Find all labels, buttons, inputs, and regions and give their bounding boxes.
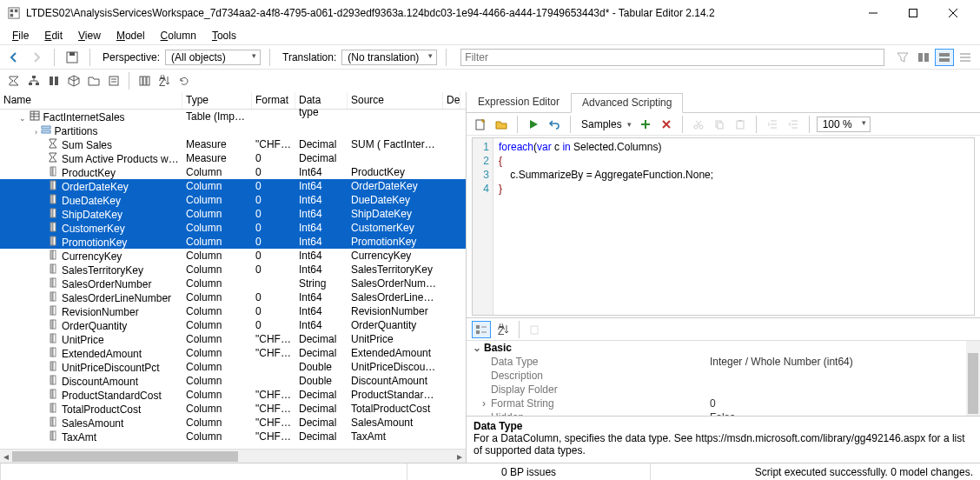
- filter-input[interactable]: [460, 49, 884, 66]
- table-icon: [29, 110, 41, 122]
- folder-icon[interactable]: [85, 72, 103, 90]
- col-source[interactable]: Source: [348, 92, 443, 109]
- sort-asc-icon[interactable]: AZ: [156, 72, 173, 90]
- view-mode-1-icon[interactable]: [914, 49, 933, 66]
- columns-view-icon[interactable]: [136, 72, 153, 90]
- script-icon[interactable]: [105, 72, 122, 90]
- col-datatype[interactable]: Data type: [295, 92, 348, 109]
- tree-item[interactable]: RevisionNumberColumn0Int64RevisionNumber: [0, 304, 466, 318]
- scroll-left-icon[interactable]: ◂: [0, 450, 12, 463]
- col-desc[interactable]: De: [443, 92, 460, 109]
- tree-item[interactable]: SalesOrderNumberColumnStringSalesOrderNu…: [0, 277, 466, 290]
- tree-item[interactable]: ShipDateKeyColumn0Int64ShipDateKey: [0, 207, 466, 221]
- view-mode-2-icon[interactable]: [935, 49, 954, 66]
- tree-item[interactable]: PromotionKeyColumn0Int64PromotionKey: [0, 235, 466, 249]
- code-editor[interactable]: 1234 foreach(var c in Selected.Columns) …: [472, 137, 975, 316]
- menu-file[interactable]: File: [5, 28, 36, 43]
- translation-combo[interactable]: (No translation): [341, 50, 437, 65]
- tree-item[interactable]: CurrencyKeyColumn0Int64CurrencyKey: [0, 249, 466, 263]
- add-icon[interactable]: [637, 116, 654, 133]
- svg-rect-35: [42, 130, 50, 133]
- tree-item[interactable]: SalesOrderLineNumberColumn0Int64SalesOrd…: [0, 290, 466, 304]
- prop-row[interactable]: HiddenFalse: [467, 410, 980, 416]
- cube-icon[interactable]: [65, 72, 83, 90]
- scroll-thumb[interactable]: [12, 451, 238, 462]
- tree-scrollbar-h[interactable]: ◂ ▸: [0, 449, 466, 463]
- maximize-button[interactable]: [893, 0, 933, 26]
- hierarchy-icon[interactable]: [25, 72, 43, 90]
- indent-icon[interactable]: [764, 116, 781, 133]
- tree-body[interactable]: ⌄ FactInternetSalesTable (Import)› Parti…: [0, 110, 466, 449]
- code-content[interactable]: foreach(var c in Selected.Columns) { c.S…: [493, 138, 974, 315]
- prop-row[interactable]: ›Format String0: [467, 397, 980, 410]
- col-format[interactable]: Format: [252, 92, 295, 109]
- tree-item[interactable]: OrderQuantityColumn0Int64OrderQuantity: [0, 318, 466, 332]
- filter-icon[interactable]: [893, 49, 912, 66]
- prop-categorized-icon[interactable]: [472, 321, 491, 338]
- prop-scrollbar[interactable]: [966, 341, 980, 416]
- samples-dropdown-icon[interactable]: ▾: [626, 120, 633, 129]
- tree-item[interactable]: SalesAmountColumn"CHF" #,DecimalSalesAmo…: [0, 416, 466, 430]
- prop-alpha-icon[interactable]: AZ: [494, 321, 512, 338]
- tree-item[interactable]: UnitPriceColumn"CHF" #,DecimalUnitPrice: [0, 332, 466, 346]
- menu-view[interactable]: View: [71, 28, 108, 43]
- tree-item[interactable]: ProductKeyColumn0Int64ProductKey: [0, 165, 466, 179]
- col-type[interactable]: Type: [182, 92, 252, 109]
- outdent-icon[interactable]: [785, 116, 802, 133]
- save-icon[interactable]: [63, 49, 81, 66]
- tree-item[interactable]: Sum Active Products wit…Measure0Decimal: [0, 151, 466, 165]
- right-pane: Expression Editor Advanced Scripting Sam…: [467, 92, 980, 463]
- scroll-right-icon[interactable]: ▸: [454, 450, 466, 463]
- col-name[interactable]: Name: [0, 92, 182, 109]
- perspective-combo[interactable]: (All objects): [165, 50, 261, 65]
- new-script-icon[interactable]: [472, 116, 489, 133]
- samples-label[interactable]: Samples: [581, 118, 622, 130]
- refresh-icon[interactable]: [175, 72, 193, 90]
- tab-expression-editor[interactable]: Expression Editor: [467, 92, 571, 112]
- svg-text:Z: Z: [159, 77, 165, 87]
- prop-row[interactable]: Data TypeInteger / Whole Number (int64): [467, 355, 980, 369]
- copy-icon[interactable]: [711, 116, 728, 133]
- tree-item[interactable]: ExtendedAmountColumn"CHF" #,DecimalExten…: [0, 346, 466, 360]
- tree-item[interactable]: UnitPriceDiscountPctColumnDoubleUnitPric…: [0, 360, 466, 374]
- tab-advanced-scripting[interactable]: Advanced Scripting: [571, 93, 683, 113]
- menu-column[interactable]: Column: [154, 28, 203, 43]
- open-script-icon[interactable]: [493, 116, 510, 133]
- property-description: Data Type For a DataColumn, specifies th…: [467, 416, 980, 463]
- back-icon[interactable]: [5, 49, 23, 66]
- tree-item[interactable]: OrderDateKeyColumn0Int64OrderDateKey: [0, 179, 466, 193]
- menu-model[interactable]: Model: [109, 28, 152, 43]
- column-group-icon[interactable]: [45, 72, 63, 90]
- prop-pages-icon[interactable]: [526, 321, 544, 338]
- tree-item[interactable]: DiscountAmountColumnDoubleDiscountAmount: [0, 374, 466, 388]
- status-bp: 0 BP issues: [407, 463, 650, 480]
- menu-tools[interactable]: Tools: [205, 28, 243, 43]
- property-grid[interactable]: ⌄Basic Data TypeInteger / Whole Number (…: [467, 340, 980, 416]
- tree-item[interactable]: CustomerKeyColumn0Int64CustomerKey: [0, 221, 466, 235]
- tree-item[interactable]: TaxAmtColumn"CHF" #,DecimalTaxAmt: [0, 430, 466, 443]
- forward-icon[interactable]: [28, 49, 45, 66]
- zoom-combo[interactable]: 100 %: [817, 117, 871, 132]
- run-script-icon[interactable]: [525, 116, 542, 133]
- tree-item[interactable]: SalesTerritoryKeyColumn0Int64SalesTerrit…: [0, 263, 466, 277]
- partitions-row[interactable]: › Partitions: [0, 123, 466, 137]
- prop-category-basic[interactable]: ⌄Basic: [467, 341, 980, 355]
- cut-icon[interactable]: [690, 116, 707, 133]
- sigma-icon[interactable]: [5, 72, 23, 90]
- menu-edit[interactable]: Edit: [37, 28, 70, 43]
- tree-item[interactable]: ProductStandardCostColumn"CHF" #,Decimal…: [0, 388, 466, 402]
- undo-icon[interactable]: [546, 116, 563, 133]
- paste-icon[interactable]: [732, 116, 749, 133]
- close-button[interactable]: [933, 0, 973, 26]
- view-mode-3-icon[interactable]: [956, 49, 975, 66]
- prop-scroll-thumb[interactable]: [968, 353, 978, 414]
- tree-item[interactable]: Sum SalesMeasure"CHF" #,DecimalSUM ( Fac…: [0, 137, 466, 151]
- tree-item[interactable]: DueDateKeyColumn0Int64DueDateKey: [0, 193, 466, 207]
- prop-row[interactable]: Display Folder: [467, 383, 980, 397]
- prop-row[interactable]: Description: [467, 369, 980, 383]
- table-row[interactable]: ⌄ FactInternetSalesTable (Import): [0, 110, 466, 123]
- delete-icon[interactable]: [658, 116, 675, 133]
- tree-item[interactable]: TotalProductCostColumn"CHF" #,DecimalTot…: [0, 402, 466, 416]
- column-icon: [47, 179, 59, 191]
- minimize-button[interactable]: [853, 0, 893, 26]
